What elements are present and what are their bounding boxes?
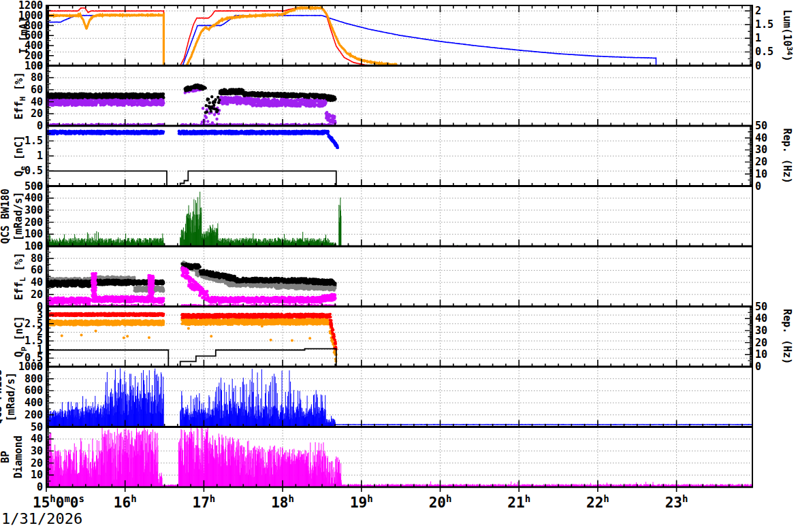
- right-tick-label: 20: [755, 156, 767, 168]
- x-tick-label: 16h: [114, 493, 137, 511]
- panel-qcs-bw180: [46, 192, 752, 246]
- y-tick-label: 40: [31, 276, 43, 288]
- y-tick-label: 20: [31, 288, 43, 301]
- x-tick-label: 21h: [507, 493, 530, 511]
- chart-canvas: 02004006008001000120000.511.52Lum(1034)I…: [0, 0, 798, 532]
- right-axis-title-beam-current: Lum(1034): [781, 10, 794, 61]
- panel-injection-efficiency-ler: [46, 259, 752, 307]
- y-tick-label: 1.5: [25, 135, 43, 147]
- right-tick-label: 0: [755, 60, 761, 72]
- x-tick-label: 15h0m0s: [33, 493, 84, 511]
- y-tick-label: 40: [31, 433, 43, 445]
- panel-beam-current: [46, 7, 752, 65]
- y-tick-label: 50: [31, 421, 43, 433]
- right-tick-label: 0.5: [755, 46, 773, 58]
- x-tick-label: 20h: [429, 493, 452, 511]
- panel-injection-efficiency-her: [46, 78, 752, 126]
- y-tick-label: 60: [31, 264, 43, 276]
- right-tick-label: 40: [755, 312, 767, 325]
- y-tick-label: 1200: [18, 0, 43, 12]
- y-axis-title-bp-diamond: Diamond: [12, 435, 25, 478]
- right-tick-label: 2: [755, 5, 761, 17]
- y-axis-title-bp-diamond: BP: [0, 451, 12, 463]
- y-tick-label: 100: [25, 240, 43, 252]
- y-tick-label: 80: [31, 252, 43, 265]
- right-tick-label: 10: [755, 168, 767, 180]
- y-axis-title-qcs-fw153: QCS FW153: [0, 369, 4, 425]
- y-tick-label: 80: [31, 71, 43, 84]
- y-tick-label: 400: [25, 192, 43, 204]
- y-tick-label: 30: [31, 445, 43, 457]
- y-tick-label: 200: [25, 216, 43, 229]
- y-tick-label: 3: [37, 309, 43, 321]
- right-tick-label: 50: [755, 301, 767, 313]
- x-tick-label: 22h: [586, 493, 609, 511]
- right-axis-title-bunch-charge-p: Rep. (Hz): [781, 309, 793, 364]
- right-tick-label: 0: [755, 180, 761, 193]
- x-tick-label: 18h: [271, 493, 294, 511]
- right-tick-label: 0: [755, 361, 761, 373]
- y-tick-label: 20: [31, 107, 43, 120]
- accelerator-status-plot: 02004006008001000120000.511.52Lum(1034)I…: [0, 0, 798, 532]
- y-axis-title-beam-current: I [mA]: [18, 17, 30, 54]
- panel-bunch-charge-p: [46, 314, 752, 367]
- y-tick-label: 20: [31, 457, 43, 469]
- y-axis-title-injection-efficiency-her: EffH [%]: [13, 72, 27, 120]
- y-ticks-bunch-charge-p: [46, 307, 54, 367]
- y-axis-title-qcs-fw153: [mRad/s]: [5, 372, 17, 421]
- y-tick-label: 1: [37, 150, 43, 162]
- right-axis-title-bunch-charge-e: Rep. (Hz): [781, 129, 793, 184]
- right-tick-label: 10: [755, 348, 767, 361]
- y-tick-label: 800: [25, 373, 43, 385]
- y-tick-label: 600: [25, 384, 43, 397]
- x-tick-label: 17h: [193, 493, 216, 511]
- y-axis-title-injection-efficiency-ler: EffL [%]: [13, 252, 27, 300]
- x-tick-label: 23h: [665, 493, 688, 511]
- y-tick-label: 1000: [18, 361, 43, 373]
- y-tick-label: 500: [25, 180, 43, 193]
- y-tick-label: 100: [25, 228, 43, 240]
- right-ticks-bunch-charge-e: [745, 126, 752, 186]
- right-ticks-bunch-charge-p: [745, 307, 752, 367]
- panel-qcs-fw153: [46, 368, 752, 427]
- y-axis-title-bunch-charge-p: Qp [nC]: [13, 316, 27, 357]
- right-tick-label: 30: [755, 144, 767, 156]
- right-tick-label: 50: [755, 120, 767, 132]
- y-tick-label: 100: [25, 60, 43, 72]
- right-tick-label: 1.5: [755, 18, 773, 31]
- y-axis-title-qcs-bw180: [mRad/s]: [12, 192, 25, 241]
- y-tick-label: 300: [25, 204, 43, 216]
- y-tick-label: 60: [31, 84, 43, 96]
- right-tick-label: 1: [755, 32, 761, 44]
- y-tick-label: 0: [37, 481, 43, 493]
- y-tick-label: 200: [25, 409, 43, 421]
- y-axis-title-qcs-bw180: QCS BW180: [0, 188, 12, 244]
- right-tick-label: 40: [755, 132, 767, 144]
- y-tick-label: 0: [37, 120, 43, 132]
- panel-bunch-charge-e: [46, 131, 752, 186]
- right-tick-label: 30: [755, 325, 767, 337]
- date-label: 1/31/2026: [1, 510, 82, 527]
- right-ticks-beam-current: [745, 5, 752, 66]
- y-tick-label: 40: [31, 96, 43, 108]
- x-tick-label: 19h: [350, 493, 373, 511]
- y-tick-label: 10: [31, 469, 43, 481]
- right-tick-label: 20: [755, 337, 767, 349]
- y-axis-title-bunch-charge-e: Qe [nC]: [13, 135, 27, 177]
- panel-bp-diamond: [46, 427, 752, 487]
- y-tick-label: 400: [25, 397, 43, 409]
